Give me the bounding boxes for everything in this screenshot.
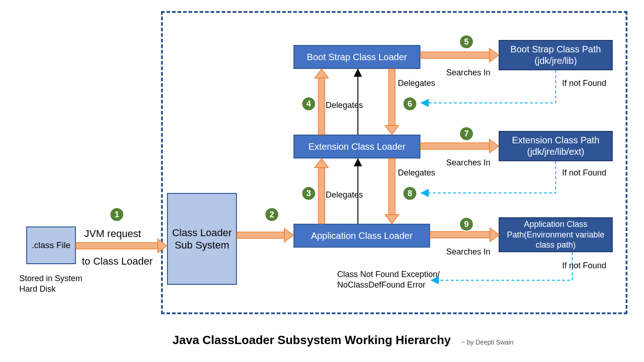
svg-rect-0 bbox=[76, 243, 158, 249]
label-delegates-34: Delegates bbox=[326, 190, 363, 200]
diagram-title: Java ClassLoader Subsystem Working Hiera… bbox=[172, 333, 451, 347]
badge-9: 9 bbox=[459, 217, 474, 232]
box-extension: Extension Class Loader bbox=[293, 135, 420, 158]
badge-5: 5 bbox=[459, 34, 474, 49]
badge-3: 3 bbox=[301, 186, 316, 201]
label-searches-9: Searches In bbox=[446, 247, 490, 257]
box-classloader-subsystem: Class Loader Sub System bbox=[167, 193, 237, 285]
badge-4: 4 bbox=[301, 96, 316, 111]
badge-8: 8 bbox=[402, 186, 417, 201]
box-class-file: .class File bbox=[26, 226, 76, 264]
badge-2: 2 bbox=[264, 207, 279, 222]
label-cnf: Class Not Found Exception/ NoClassDefFou… bbox=[337, 269, 440, 291]
label-searches-7: Searches In bbox=[446, 158, 490, 168]
box-ext-path: Extension Class Path (jdk/jre/lib/ext) bbox=[499, 131, 613, 161]
arrow-1 bbox=[76, 239, 167, 253]
label-to-classloader: to Class Loader bbox=[82, 255, 153, 268]
label-delegates-6: Delegates bbox=[398, 78, 435, 89]
badge-1: 1 bbox=[109, 207, 124, 222]
label-stored-note: Stored in System Hard Disk bbox=[19, 273, 82, 295]
label-notfound-3: If not Found bbox=[562, 260, 606, 271]
box-application: Application Class Loader bbox=[293, 224, 430, 248]
label-notfound-1: If not Found bbox=[562, 78, 606, 89]
badge-6: 6 bbox=[402, 96, 417, 111]
diagram-byline: ~ by Deepti Swain bbox=[461, 339, 513, 346]
label-delegates-8: Delegates bbox=[398, 168, 435, 178]
label-notfound-2: If not Found bbox=[562, 168, 606, 178]
box-app-path: Application Class Path(Environment varia… bbox=[499, 217, 613, 252]
box-bootstrap: Boot Strap Class Loader bbox=[293, 45, 420, 69]
label-searches-5: Searches In bbox=[446, 68, 490, 78]
label-jvm-request: JVM request bbox=[84, 227, 141, 241]
box-boot-path: Boot Strap Class Path (jdk/jre/lib) bbox=[499, 40, 613, 70]
label-delegates-4: Delegates bbox=[326, 100, 363, 111]
diagram-canvas: .class File Stored in System Hard Disk C… bbox=[0, 0, 644, 362]
badge-7: 7 bbox=[459, 126, 474, 141]
